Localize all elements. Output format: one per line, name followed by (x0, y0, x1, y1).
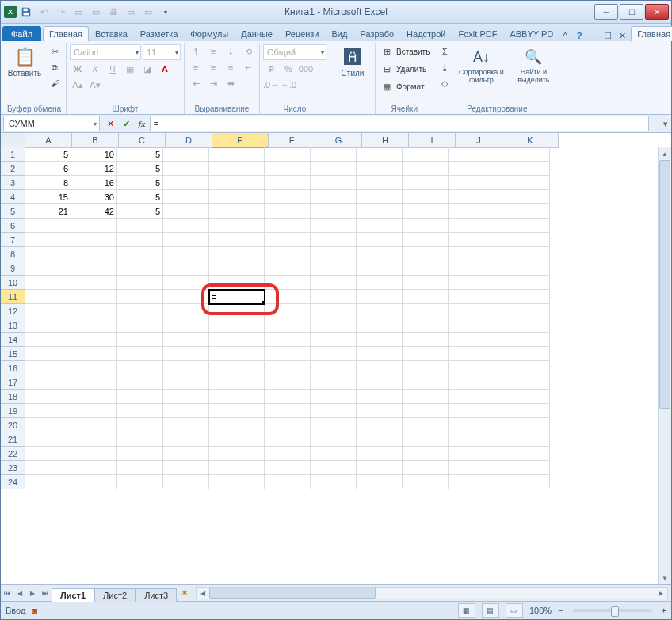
zoom-level[interactable]: 100% (529, 606, 552, 615)
cell-J22[interactable] (449, 447, 494, 461)
cell-I16[interactable] (403, 361, 449, 375)
cell-J10[interactable] (449, 276, 494, 290)
cell-G19[interactable] (311, 404, 357, 418)
cell-H23[interactable] (357, 461, 403, 475)
cell-E19[interactable] (209, 404, 265, 418)
cell-K11[interactable] (494, 290, 550, 304)
cell-D22[interactable] (163, 447, 209, 461)
cell-K12[interactable] (494, 304, 550, 318)
cell-B18[interactable] (71, 390, 117, 404)
sheet-nav-prev-icon[interactable]: ◀ (13, 587, 26, 599)
cell-C5[interactable]: 5 (117, 204, 163, 219)
row-header-14[interactable]: 14 (1, 333, 25, 347)
hscroll-thumb[interactable] (209, 588, 376, 599)
cell-H6[interactable] (357, 219, 403, 233)
cell-G11[interactable] (311, 290, 357, 304)
cell-F8[interactable] (265, 247, 311, 261)
cell-C2[interactable]: 5 (117, 162, 163, 176)
cell-I12[interactable] (403, 304, 449, 318)
cell-H20[interactable] (357, 418, 403, 432)
cell-G14[interactable] (311, 333, 357, 347)
sheet-nav-next-icon[interactable]: ▶ (26, 587, 39, 599)
column-header-E[interactable]: E (212, 133, 269, 148)
tab-6[interactable]: Вид (326, 26, 354, 41)
orientation-icon[interactable]: ⟲ (240, 44, 256, 59)
qat-customize-icon[interactable]: ▾ (158, 4, 174, 20)
sheet-nav-last-icon[interactable]: ⏭ (39, 587, 52, 599)
column-header-G[interactable]: G (315, 133, 362, 148)
increase-decimal-icon[interactable]: .0→ (263, 78, 279, 92)
row-header-11[interactable]: 11 (1, 290, 25, 304)
cell-I1[interactable] (403, 147, 449, 162)
cell-H14[interactable] (357, 333, 403, 347)
wrap-text-icon[interactable]: ↵ (240, 60, 256, 74)
cell-J9[interactable] (449, 261, 494, 276)
cell-C6[interactable] (117, 219, 163, 233)
cell-E6[interactable] (209, 219, 265, 233)
cell-J23[interactable] (449, 461, 494, 475)
cell-E24[interactable] (209, 475, 265, 489)
cell-A19[interactable] (25, 404, 71, 418)
cell-I21[interactable] (403, 432, 449, 447)
cell-H18[interactable] (357, 390, 403, 404)
cell-J20[interactable] (449, 418, 494, 432)
cell-I19[interactable] (403, 404, 449, 418)
cell-K5[interactable] (494, 204, 550, 219)
cell-D24[interactable] (163, 475, 209, 489)
row-header-16[interactable]: 16 (1, 361, 25, 375)
cell-K10[interactable] (494, 276, 550, 290)
fill-color-button[interactable]: ◪ (139, 62, 155, 76)
cell-F1[interactable] (265, 147, 311, 162)
cell-J17[interactable] (449, 375, 494, 390)
cell-H8[interactable] (357, 247, 403, 261)
cell-I2[interactable] (403, 162, 449, 176)
row-header-12[interactable]: 12 (1, 304, 25, 318)
cell-F4[interactable] (265, 190, 311, 204)
cell-I23[interactable] (403, 461, 449, 475)
cell-B8[interactable] (71, 247, 117, 261)
column-header-F[interactable]: F (269, 133, 315, 148)
tab-9[interactable]: Foxit PDF (452, 26, 504, 41)
cell-H16[interactable] (357, 361, 403, 375)
cell-D17[interactable] (163, 375, 209, 390)
cell-K9[interactable] (494, 261, 550, 276)
cell-H7[interactable] (357, 233, 403, 247)
cell-D9[interactable] (163, 261, 209, 276)
formula-input[interactable]: = (150, 116, 649, 131)
italic-button[interactable]: К (87, 62, 103, 76)
cell-B12[interactable] (71, 304, 117, 318)
row-header-19[interactable]: 19 (1, 404, 25, 418)
tab-0[interactable]: Главная (43, 26, 89, 41)
insert-function-icon[interactable]: fx (134, 116, 150, 131)
bold-button[interactable]: Ж (70, 62, 86, 76)
column-header-D[interactable]: D (166, 133, 212, 148)
cell-J7[interactable] (449, 233, 494, 247)
cell-C24[interactable] (117, 475, 163, 489)
scroll-up-icon[interactable]: ▲ (659, 147, 671, 160)
cell-F20[interactable] (265, 418, 311, 432)
cell-I9[interactable] (403, 261, 449, 276)
cell-F12[interactable] (265, 304, 311, 318)
cell-I18[interactable] (403, 390, 449, 404)
cell-E1[interactable] (209, 147, 265, 162)
cell-G21[interactable] (311, 432, 357, 447)
zoom-in-icon[interactable]: + (662, 606, 666, 615)
cell-E12[interactable] (209, 304, 265, 318)
vertical-scrollbar[interactable]: ▲ ▼ (658, 147, 671, 584)
tab-2[interactable]: Разметка (134, 26, 185, 41)
cell-C19[interactable] (117, 404, 163, 418)
qat-redo-icon[interactable]: ↷ (53, 4, 69, 20)
cell-F13[interactable] (265, 318, 311, 333)
cell-A18[interactable] (25, 390, 71, 404)
cell-E5[interactable] (209, 204, 265, 219)
cell-B3[interactable]: 16 (71, 176, 117, 190)
cell-G7[interactable] (311, 233, 357, 247)
cell-F22[interactable] (265, 447, 311, 461)
cut-icon[interactable]: ✂ (47, 44, 63, 59)
cells-format-button[interactable]: ▦Формат (379, 79, 430, 93)
tab-4[interactable]: Данные (235, 26, 279, 41)
cell-K22[interactable] (494, 447, 550, 461)
cell-E13[interactable] (209, 318, 265, 333)
fill-icon[interactable]: ⭳ (437, 60, 452, 74)
cell-C17[interactable] (117, 375, 163, 390)
